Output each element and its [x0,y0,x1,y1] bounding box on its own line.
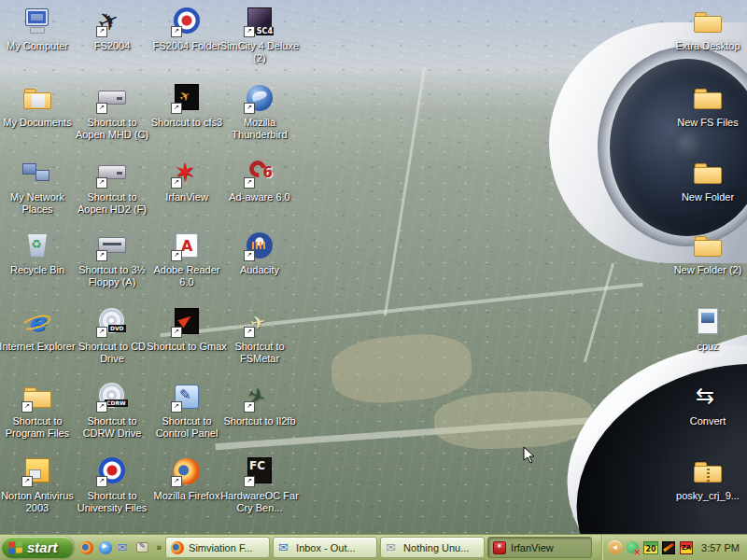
zonealarm-tray-icon[interactable]: ZA [679,540,694,555]
desktop-icon-shortcut-to-cdrw-drive[interactable]: ↗Shortcut to CDRW Drive [72,381,152,440]
messenger-offline-tray-icon[interactable] [626,540,641,555]
desktop-icon-shortcut-to-fsmetar[interactable]: ↗Shortcut to FSMetar [219,306,300,365]
desktop-icon-shortcut-to-control-panel[interactable]: ↗Shortcut to Control Panel [147,381,227,440]
desktop-icon-shortcut-to-gmax[interactable]: ↗Shortcut to Gmax [147,306,227,353]
audacity-icon: ↗ [244,230,275,261]
graphics-utility-tray-icon[interactable] [661,540,676,555]
desktop-icon-new-fs-files[interactable]: New FS Files [668,82,747,129]
desktop-icon-label: FS2004 Folder [147,40,227,52]
tray-hide-icons-chevron[interactable]: ◄ [608,540,622,554]
desktop-icon-shortcut-to-program-files[interactable]: ↗Shortcut to Program Files [0,381,78,440]
desktop-icon-label: Adobe Reader 6.0 [147,264,227,288]
desktop-icon-fs2004[interactable]: ↗FS2004 [72,6,152,52]
desktop-icon-label: Norton Antivirus 2003 [0,490,78,514]
taskbar-task-inbox-out[interactable]: Inbox - Out... [273,537,377,558]
desktop-icon-shortcut-to-3-floppy-a[interactable]: ↗Shortcut to 3½ Floppy (A) [72,230,152,288]
firefox-quicklaunch-icon[interactable] [79,540,94,555]
shortcut-arrow-icon: ↗ [171,177,182,189]
quick-launch-overflow-chevron[interactable]: » [157,542,162,553]
desktop-icon-audacity[interactable]: ↗Audacity [219,230,300,276]
adobe-reader-icon: ↗ [171,230,203,261]
show-desktop-quicklaunch-icon[interactable] [135,540,150,555]
desktop-icon-norton-antivirus-2003[interactable]: ↗Norton Antivirus 2003 [0,455,78,514]
irfanview-icon: ↗ [171,157,203,189]
shortcut-arrow-icon: ↗ [96,250,107,261]
desktop-icon-internet-explorer[interactable]: Internet Explorer [0,306,78,353]
desktop-icon-label: My Network Places [0,191,78,216]
desktop-icon-new-folder-2[interactable]: New Folder (2) [668,230,747,276]
desktop-icon-label: Shortcut to CD Drive [72,341,152,365]
desktop-icon-label: Ad-aware 6.0 [219,191,300,203]
desktop-icon-cpuz[interactable]: cpuz [668,306,747,353]
day-counter-tray-text: 20 [643,545,658,553]
desktop-icon-my-computer[interactable]: My Computer [0,6,78,52]
outlook-express-quicklaunch-icon[interactable] [117,540,132,555]
fs-roundel-icon: ↗ [171,6,203,37]
disc-dvd-icon: ↗ [96,306,128,338]
desktop-icon-label: Shortcut to CDRW Drive [72,415,152,440]
desktop-icon-convert[interactable]: Convert [668,381,747,427]
day-counter-tray-icon[interactable]: 20 [643,540,658,555]
desktop-icon-shortcut-to-cd-drive[interactable]: ↗Shortcut to CD Drive [72,306,152,365]
desktop-icon-my-documents[interactable]: My Documents [0,82,78,129]
desktop-icon-shortcut-to-il2fb[interactable]: ↗Shortcut to Il2fb [219,381,300,427]
media-player-quicklaunch-icon[interactable] [98,540,113,555]
desktop-icon-hardwareoc-far-cry-ben[interactable]: ↗HardwareOC Far Cry Ben... [219,455,300,514]
thunderbird-icon: ↗ [244,82,275,114]
desktop-icon-recycle-bin[interactable]: Recycle Bin [0,230,78,276]
shortcut-arrow-icon: ↗ [96,103,107,114]
folder-icon: ↗ [21,381,53,413]
desktop-icon-label: New FS Files [668,117,747,129]
task-button-label: Inbox - Out... [296,542,356,553]
shortcut-arrow-icon: ↗ [244,26,255,37]
taskbar-task-irfanview[interactable]: IrfanView [487,537,592,558]
network-places-icon [21,157,53,189]
desktop-icon-adobe-reader-6-0[interactable]: ↗Adobe Reader 6.0 [147,230,227,288]
floppy-drive-icon: ↗ [96,230,128,261]
desktop-icon-label: Internet Explorer [0,341,78,353]
folder-icon [692,230,724,261]
desktop-icon-extra-desktop[interactable]: Extra Desktop [668,6,747,52]
folder-icon [692,157,724,189]
desktop-icon-ad-aware-6-0[interactable]: ↗Ad-aware 6.0 [219,157,300,203]
desktop-icon-simcity-4-deluxe-2[interactable]: ↗SimCity 4 Deluxe (2) [219,6,300,64]
gmax-icon: ↗ [171,306,203,338]
desktop-icon-posky-crj-9[interactable]: posky_crj_9... [668,455,747,502]
desktop-icon-label: Shortcut to University Files [72,490,152,514]
task-button-label: Simviation F... [189,542,252,553]
taskbar-clock: 3:57 PM [701,542,740,553]
desktop-icon-shortcut-to-university-files[interactable]: ↗Shortcut to University Files [72,455,152,514]
shortcut-arrow-icon: ↗ [244,250,255,261]
start-button[interactable]: start [2,537,73,558]
desktop-icon-label: Shortcut to Program Files [0,415,78,440]
desktop-icon-my-network-places[interactable]: My Network Places [0,157,78,216]
shortcut-arrow-icon: ↗ [244,401,255,413]
disc-cdrw-icon: ↗ [96,381,128,413]
system-tray: ◄ 20ZA 3:57 PM [601,535,747,560]
plane-green-icon: ↗ [244,381,275,413]
plane-small-icon: ↗ [244,306,275,338]
desktop-icon-label: Shortcut to Control Panel [147,415,227,440]
desktop-icon-label: My Documents [0,117,78,129]
desktop-icon-irfanview[interactable]: ↗IrfanView [147,157,227,203]
firefox-icon: ↗ [171,455,203,487]
my-computer-icon [21,6,53,37]
desktop-icon-label: Shortcut to Gmax [147,341,227,353]
desktop-icon-new-folder[interactable]: New Folder [668,157,747,203]
desktop-icon-mozilla-thunderbird[interactable]: ↗Mozilla Thunderbird [219,82,300,141]
shortcut-arrow-icon: ↗ [244,103,255,114]
desktop-icon-fs2004-folder[interactable]: ↗FS2004 Folder [147,6,227,52]
desktop-icon-mozilla-firefox[interactable]: ↗Mozilla Firefox [147,455,227,502]
desktop-icon-shortcut-to-aopen-hd2-f[interactable]: ↗Shortcut to Aopen HD2 (F) [72,157,152,216]
windows-flag-icon [8,540,22,554]
taskbar-task-nothing-unu[interactable]: Nothing Unu... [380,537,485,558]
desktop-icon-label: Recycle Bin [0,264,78,276]
control-panel-icon: ↗ [171,381,203,413]
desktop-icon-label: cpuz [668,341,747,353]
desktop-icon-label: Audacity [219,264,300,276]
shortcut-arrow-icon: ↗ [171,250,182,261]
shortcut-arrow-icon: ↗ [171,327,182,338]
desktop-icon-shortcut-to-cfs3[interactable]: ↗Shortcut to cfs3 [147,82,227,129]
desktop-icon-shortcut-to-aopen-mhd-c[interactable]: ↗Shortcut to Aopen MHD (C) [72,82,152,141]
taskbar-task-simviation-f[interactable]: Simviation F... [165,537,270,558]
